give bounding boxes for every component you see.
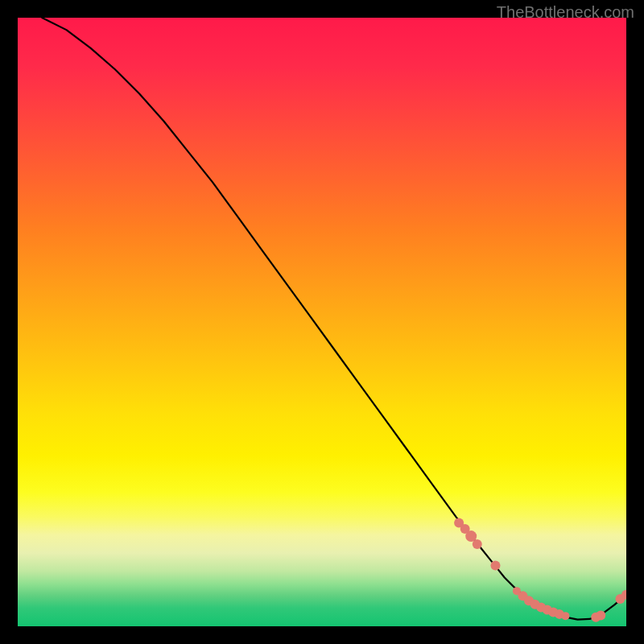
marker-point	[473, 539, 482, 549]
watermark-text: TheBottleneck.com	[497, 3, 634, 22]
data-markers	[454, 518, 626, 621]
plot-area	[18, 18, 626, 626]
curve-svg	[18, 18, 626, 626]
bottleneck-curve	[42, 18, 626, 620]
chart-container: TheBottleneck.com	[0, 0, 644, 644]
marker-point	[596, 610, 605, 620]
marker-point	[561, 612, 569, 620]
marker-point	[490, 560, 500, 570]
